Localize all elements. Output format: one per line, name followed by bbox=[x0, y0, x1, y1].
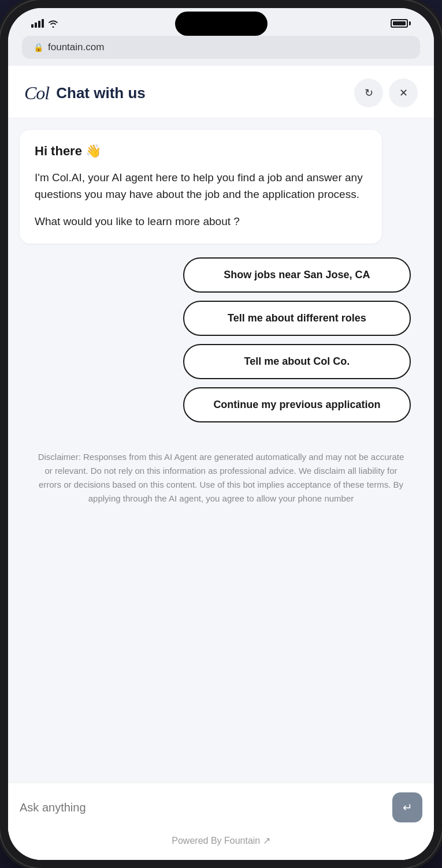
wifi-icon bbox=[47, 19, 59, 28]
chat-header: Col Chat with us ↻ ✕ bbox=[8, 66, 434, 118]
signal-bar-4 bbox=[42, 19, 44, 28]
chat-container: Col Chat with us ↻ ✕ Hi there 👋 I'm Col.… bbox=[8, 66, 434, 860]
url-text: fountain.com bbox=[48, 42, 104, 53]
url-bar[interactable]: 🔒 fountain.com bbox=[22, 36, 420, 59]
chat-input[interactable] bbox=[20, 796, 385, 819]
message-greeting: Hi there 👋 bbox=[35, 144, 367, 159]
dynamic-island bbox=[175, 12, 268, 36]
browser-bar: 🔒 fountain.com bbox=[8, 32, 434, 66]
quick-btn-jobs-near[interactable]: Show jobs near San Jose, CA bbox=[183, 257, 411, 293]
company-logo: Col bbox=[24, 83, 49, 104]
message-question: What would you like to learn more about … bbox=[35, 214, 367, 230]
quick-btn-continue-app[interactable]: Continue my previous application bbox=[183, 387, 411, 422]
chat-body: Hi there 👋 I'm Col.AI, your AI agent her… bbox=[8, 118, 434, 783]
send-icon: ↵ bbox=[403, 800, 413, 814]
powered-by-text: Powered By Fountain ↗ bbox=[172, 836, 270, 845]
input-area: ↵ bbox=[8, 783, 434, 829]
signal-bar-1 bbox=[31, 24, 34, 28]
battery-fill bbox=[393, 21, 406, 25]
refresh-button[interactable]: ↻ bbox=[354, 78, 383, 107]
disclaimer-text: Disclaimer: Responses from this AI Agent… bbox=[20, 441, 422, 515]
signal-bar-3 bbox=[38, 21, 40, 28]
status-left bbox=[31, 18, 59, 28]
signal-bars-icon bbox=[31, 18, 44, 28]
message-body: I'm Col.AI, your AI agent here to help y… bbox=[35, 169, 367, 203]
header-left: Col Chat with us bbox=[24, 83, 146, 104]
header-actions: ↻ ✕ bbox=[354, 78, 418, 107]
powered-by-footer: Powered By Fountain ↗ bbox=[8, 829, 434, 860]
quick-btn-about-col[interactable]: Tell me about Col Co. bbox=[183, 344, 411, 379]
phone-screen: 🔒 fountain.com Col Chat with us ↻ ✕ bbox=[8, 8, 434, 860]
lock-icon: 🔒 bbox=[34, 43, 43, 52]
battery-icon bbox=[391, 19, 411, 28]
battery-tip bbox=[409, 21, 411, 25]
battery-body bbox=[391, 19, 408, 28]
signal-bar-2 bbox=[35, 23, 37, 28]
phone-frame: 🔒 fountain.com Col Chat with us ↻ ✕ bbox=[0, 0, 442, 868]
message-bubble: Hi there 👋 I'm Col.AI, your AI agent her… bbox=[20, 130, 382, 244]
send-button[interactable]: ↵ bbox=[392, 792, 422, 822]
quick-btn-different-roles[interactable]: Tell me about different roles bbox=[183, 301, 411, 336]
close-button[interactable]: ✕ bbox=[389, 78, 418, 107]
chat-title: Chat with us bbox=[56, 84, 146, 102]
quick-actions: Show jobs near San Jose, CA Tell me abou… bbox=[20, 253, 422, 432]
